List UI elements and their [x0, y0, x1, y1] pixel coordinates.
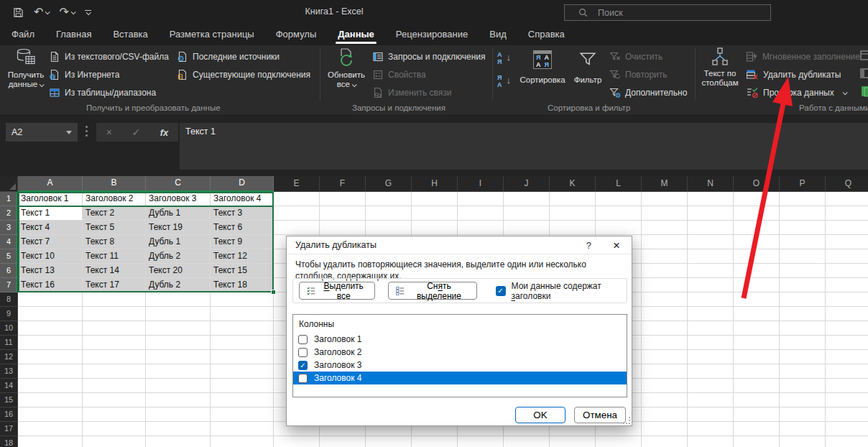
help-button[interactable]: ? — [586, 240, 591, 251]
cell-O5[interactable] — [734, 249, 780, 264]
row-header-10[interactable]: 10 — [0, 321, 18, 336]
column-header-C[interactable]: C — [146, 176, 211, 192]
customize-quick-access-button[interactable] — [85, 10, 91, 15]
cell-J2[interactable] — [504, 206, 550, 221]
tab-view[interactable]: Вид — [487, 25, 509, 45]
row-header-4[interactable]: 4 — [0, 235, 18, 249]
reapply-filter-button[interactable]: Повторить — [609, 66, 668, 83]
cell-Q9[interactable] — [826, 307, 868, 321]
column-header-D[interactable]: D — [211, 176, 274, 192]
cell-A8[interactable] — [18, 292, 83, 307]
cell-C2[interactable]: Дубль 1 — [146, 206, 211, 221]
cell-B18[interactable] — [83, 436, 146, 447]
cell-C13[interactable] — [146, 364, 211, 379]
cell-B8[interactable] — [83, 292, 146, 307]
row-header-5[interactable]: 5 — [0, 249, 18, 264]
cancel-dialog-button[interactable]: Отмена — [574, 407, 626, 423]
cell-D1[interactable]: Заголовок 4 — [211, 192, 274, 206]
cell-C6[interactable]: Текст 20 — [146, 264, 211, 278]
cell-I18[interactable] — [458, 436, 504, 447]
cell-O13[interactable] — [734, 364, 780, 379]
cell-G1[interactable] — [366, 192, 412, 206]
cell-N11[interactable] — [688, 336, 734, 350]
cell-L18[interactable] — [596, 436, 642, 447]
tab-page-layout[interactable]: Разметка страницы — [167, 25, 257, 45]
cell-A2[interactable]: Текст 1 — [18, 206, 83, 221]
cell-M16[interactable] — [642, 407, 688, 422]
cell-F3[interactable] — [320, 221, 366, 235]
close-button[interactable]: × — [613, 239, 620, 252]
cell-H1[interactable] — [412, 192, 458, 206]
cell-K18[interactable] — [550, 436, 596, 447]
cell-Q1[interactable] — [826, 192, 868, 206]
cell-O14[interactable] — [734, 379, 780, 393]
column-header-G[interactable]: G — [366, 176, 412, 192]
cell-C15[interactable] — [146, 393, 211, 407]
cell-O9[interactable] — [734, 307, 780, 321]
sort-button[interactable]: ЯААЯ Сортировка — [519, 47, 566, 101]
cell-A15[interactable] — [18, 393, 83, 407]
from-web-button[interactable]: Из Интернета — [49, 66, 119, 83]
cell-A16[interactable] — [18, 407, 83, 422]
cell-Q4[interactable] — [826, 235, 868, 249]
redo-button[interactable]: ↷ — [59, 5, 74, 19]
cell-B3[interactable]: Текст 5 — [83, 221, 146, 235]
flash-fill-button[interactable]: Мгновенное заполнение — [746, 48, 860, 65]
cell-A14[interactable] — [18, 379, 83, 393]
recent-sources-button[interactable]: Последние источники — [177, 48, 280, 65]
column-header-H[interactable]: H — [412, 176, 458, 192]
enter-entry-button[interactable]: ✓ — [131, 126, 140, 138]
tab-review[interactable]: Рецензирование — [394, 25, 470, 45]
cell-A3[interactable]: Текст 4 — [18, 221, 83, 235]
cell-A10[interactable] — [18, 321, 83, 336]
cell-Q3[interactable] — [826, 221, 868, 235]
cell-O7[interactable] — [734, 278, 780, 292]
cell-P6[interactable] — [780, 264, 826, 278]
cell-D18[interactable] — [211, 436, 274, 447]
column-list-item[interactable]: ✓Заголовок 3 — [293, 359, 627, 372]
row-header-12[interactable]: 12 — [0, 350, 18, 364]
cell-N7[interactable] — [688, 278, 734, 292]
cell-N17[interactable] — [688, 422, 734, 436]
cell-M9[interactable] — [642, 307, 688, 321]
queries-connections-button[interactable]: Запросы и подключения — [372, 48, 486, 65]
row-header-1[interactable]: 1 — [0, 192, 18, 206]
cell-B16[interactable] — [83, 407, 146, 422]
cell-P9[interactable] — [780, 307, 826, 321]
cell-D15[interactable] — [211, 393, 274, 407]
cell-L3[interactable] — [596, 221, 642, 235]
cell-A9[interactable] — [18, 307, 83, 321]
cell-D13[interactable] — [211, 364, 274, 379]
column-header-E[interactable]: E — [274, 176, 320, 192]
cell-B2[interactable]: Текст 2 — [83, 206, 146, 221]
select-all-button[interactable]: Выделить все — [299, 282, 375, 300]
cell-O3[interactable] — [734, 221, 780, 235]
column-header-F[interactable]: F — [320, 176, 366, 192]
cell-P14[interactable] — [780, 379, 826, 393]
cell-B15[interactable] — [83, 393, 146, 407]
cell-J3[interactable] — [504, 221, 550, 235]
insert-function-button[interactable]: fx — [160, 127, 169, 138]
cell-D16[interactable] — [211, 407, 274, 422]
search-box[interactable] — [564, 4, 771, 21]
tab-insert[interactable]: Вставка — [111, 25, 149, 45]
cell-F2[interactable] — [320, 206, 366, 221]
cell-N2[interactable] — [688, 206, 734, 221]
cell-E18[interactable] — [274, 436, 320, 447]
row-header-16[interactable]: 16 — [0, 407, 18, 422]
row-header-7[interactable]: 7 — [0, 278, 18, 292]
cell-K2[interactable] — [550, 206, 596, 221]
cell-N12[interactable] — [688, 350, 734, 364]
cell-A13[interactable] — [18, 364, 83, 379]
column-header-P[interactable]: P — [780, 176, 826, 192]
from-text-csv-button[interactable]: Из текстового/CSV-файла — [49, 48, 169, 65]
tab-home[interactable]: Главная — [54, 25, 93, 45]
cell-N15[interactable] — [688, 393, 734, 407]
cell-Q2[interactable] — [826, 206, 868, 221]
unchecked-checkbox-icon[interactable] — [298, 374, 308, 383]
clear-filter-button[interactable]: Очистить — [609, 48, 662, 65]
cell-E1[interactable] — [274, 192, 320, 206]
cancel-entry-button[interactable]: × — [106, 126, 112, 138]
cell-B6[interactable]: Текст 14 — [83, 264, 146, 278]
column-header-B[interactable]: B — [83, 176, 146, 192]
